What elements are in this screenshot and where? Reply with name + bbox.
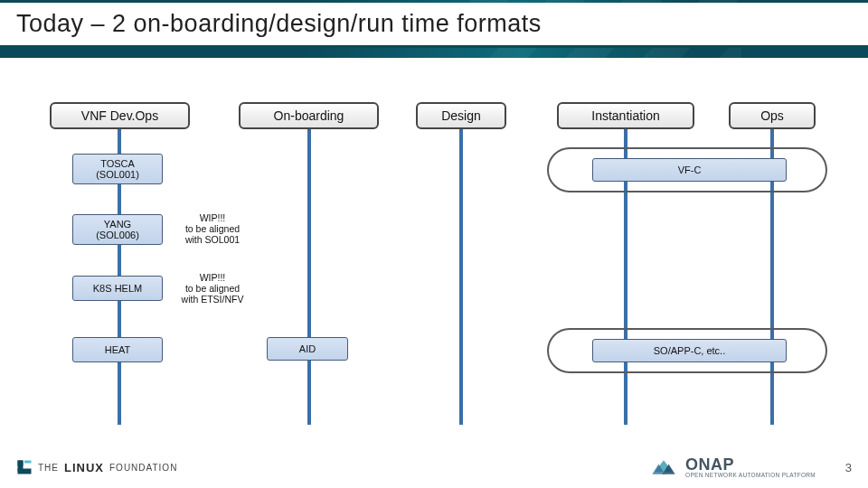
onap-subtitle: OPEN NETWORK AUTOMATION PLATFORM bbox=[685, 473, 816, 479]
row-right-label: VF-C bbox=[678, 164, 702, 175]
row-label-line: TOSCA bbox=[100, 158, 135, 169]
title-bar: Today – 2 on-boarding/design/run time fo… bbox=[0, 3, 868, 48]
row-label: K8S HELM bbox=[93, 283, 142, 294]
phase-instantiation: Instantiation bbox=[557, 102, 694, 129]
row-yang: YANG (SOL006) bbox=[72, 214, 163, 245]
row-heat-right: SO/APP-C, etc.. bbox=[592, 339, 787, 362]
lf-prefix: THE bbox=[38, 463, 59, 473]
lf-suffix: FOUNDATION bbox=[109, 463, 177, 473]
row-heat: HEAT bbox=[72, 337, 163, 362]
diagram-stage: VNF Dev.Ops On-boarding Design Instantia… bbox=[0, 95, 868, 438]
row-aid-label: AID bbox=[299, 343, 316, 354]
note-line: to be aligned bbox=[185, 283, 240, 294]
phase-onboarding: On-boarding bbox=[239, 102, 379, 129]
phase-label: VNF Dev.Ops bbox=[81, 108, 158, 123]
note-line: with SOL001 bbox=[185, 234, 240, 245]
phase-design: Design bbox=[416, 102, 506, 129]
lane-line-design bbox=[459, 113, 463, 425]
lane-line-onboarding bbox=[307, 113, 311, 425]
note-yang: WIP!!! to be aligned with SOL001 bbox=[172, 211, 253, 247]
slide-title: Today – 2 on-boarding/design/run time fo… bbox=[16, 10, 542, 38]
svg-rect-3 bbox=[24, 461, 32, 464]
row-label: HEAT bbox=[105, 344, 131, 355]
lf-main: LINUX bbox=[64, 461, 104, 474]
note-line: WIP!!! bbox=[200, 272, 226, 283]
row-tosca: TOSCA (SOL001) bbox=[72, 154, 163, 184]
note-line: WIP!!! bbox=[200, 212, 226, 223]
phase-label: On-boarding bbox=[274, 108, 344, 123]
row-right-label: SO/APP-C, etc.. bbox=[654, 345, 725, 356]
row-heat-aid: AID bbox=[267, 337, 348, 361]
phase-ops: Ops bbox=[729, 102, 816, 129]
onap-icon bbox=[651, 457, 676, 477]
svg-rect-2 bbox=[18, 461, 24, 472]
row-label-line: YANG bbox=[104, 219, 131, 230]
phase-label: Instantiation bbox=[591, 108, 660, 123]
linux-foundation-logo: THE LINUX FOUNDATION bbox=[16, 459, 177, 475]
phase-vnf-devops: VNF Dev.Ops bbox=[50, 102, 190, 129]
row-tosca-right: VF-C bbox=[592, 158, 787, 182]
note-line: to be aligned bbox=[185, 223, 240, 234]
onap-title: ONAP bbox=[685, 456, 816, 473]
onap-text: ONAP OPEN NETWORK AUTOMATION PLATFORM bbox=[685, 456, 816, 479]
row-label-line: (SOL006) bbox=[96, 230, 139, 240]
note-k8s: WIP!!! to be aligned with ETSI/NFV bbox=[172, 270, 253, 306]
row-label-line: (SOL001) bbox=[96, 169, 139, 180]
note-line: with ETSI/NFV bbox=[182, 294, 244, 305]
phase-label: Design bbox=[441, 108, 481, 123]
onap-logo-group: ONAP OPEN NETWORK AUTOMATION PLATFORM 3 bbox=[651, 456, 852, 479]
linux-foundation-icon bbox=[16, 459, 33, 475]
page-number: 3 bbox=[839, 461, 852, 474]
phase-label: Ops bbox=[760, 108, 784, 123]
footer: THE LINUX FOUNDATION ONAP OPEN NETWORK A… bbox=[0, 452, 868, 488]
row-k8s: K8S HELM bbox=[72, 276, 163, 301]
